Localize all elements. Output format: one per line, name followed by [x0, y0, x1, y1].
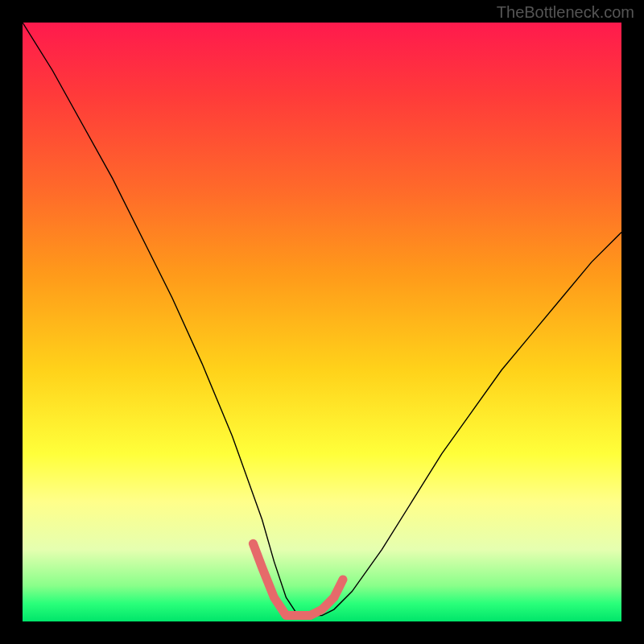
chart-svg: [23, 23, 621, 621]
watermark-text: TheBottleneck.com: [497, 3, 634, 22]
bottleneck-curve: [23, 23, 621, 616]
optimal-range-highlight: [253, 543, 343, 615]
chart-plot-area: [23, 23, 621, 621]
